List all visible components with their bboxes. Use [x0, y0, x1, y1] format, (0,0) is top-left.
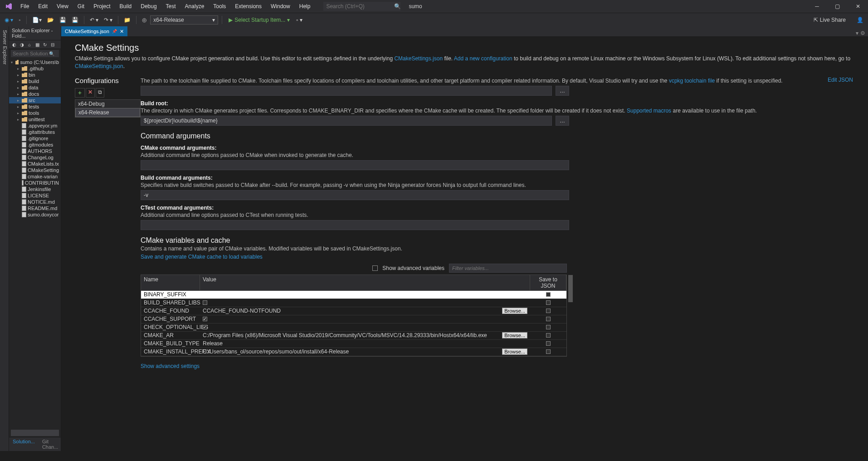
tab-dropdown-icon[interactable]: ▾	[856, 30, 858, 36]
tab-settings-icon[interactable]: ⚙	[860, 30, 865, 36]
tree-folder-unittest[interactable]: unittest	[9, 116, 61, 123]
menu-view[interactable]: View	[53, 1, 73, 11]
buildroot-input[interactable]	[141, 116, 552, 126]
buildroot-browse-button[interactable]: …	[556, 116, 569, 126]
variable-row[interactable]: CMAKE_ARC:/Program Files (x86)/Microsoft…	[141, 332, 566, 340]
explorer-search[interactable]: 🔍	[11, 50, 59, 57]
collapse-icon[interactable]: ⊟	[49, 41, 56, 48]
add-config-link[interactable]: Add a new configuration	[454, 55, 512, 62]
tree-file[interactable]: .appveyor.ym	[9, 123, 61, 129]
tree-file[interactable]: Jenkinsfile	[9, 186, 61, 192]
tree-file[interactable]: .gitattributes	[9, 129, 61, 135]
value-checkbox[interactable]	[203, 325, 207, 329]
search-input[interactable]	[326, 3, 394, 10]
add-config-button[interactable]: ＋	[75, 88, 85, 98]
home-icon[interactable]: ⌂	[26, 41, 33, 48]
minimize-button[interactable]: ─	[807, 0, 827, 13]
undo-icon[interactable]: ↶ ▾	[88, 16, 100, 24]
save-all-icon[interactable]: 💾	[70, 16, 80, 24]
variable-row[interactable]: BUILD_SHARED_LIBS	[141, 299, 566, 307]
menu-test[interactable]: Test	[162, 1, 180, 11]
toolchain-browse-button[interactable]: …	[556, 86, 569, 96]
browse-button[interactable]: Browse...	[502, 348, 527, 355]
delete-config-button[interactable]: ✕	[86, 88, 95, 98]
menu-help[interactable]: Help	[295, 1, 315, 11]
tree-file[interactable]: README.md	[9, 205, 61, 211]
cmakesettings-link[interactable]: CMakeSettings.json	[394, 55, 443, 62]
save-checkbox[interactable]	[546, 333, 551, 338]
back-button[interactable]: ◉ ▾	[3, 16, 15, 24]
toolbox-tab[interactable]: Toolbox	[0, 28, 1, 451]
filter-variables-input[interactable]	[449, 264, 567, 273]
build-args-input[interactable]	[141, 190, 569, 200]
tree-file[interactable]: CONTRIBUTIN	[9, 180, 61, 186]
save-checkbox[interactable]	[546, 317, 551, 321]
tree-folder-.github[interactable]: .github	[9, 65, 61, 72]
redo-icon[interactable]: ↷ ▾	[102, 16, 114, 24]
menu-edit[interactable]: Edit	[34, 1, 52, 11]
debug-target-icon[interactable]: ▫ ▾	[294, 16, 304, 24]
tree-file[interactable]: LICENSE	[9, 192, 61, 199]
browse-button[interactable]: Browse...	[502, 308, 527, 314]
refresh-icon[interactable]: ↻	[42, 41, 48, 48]
vcpkg-link[interactable]: vcpkg toolchain file	[669, 78, 715, 84]
file-tab[interactable]: CMakeSettings.json 📌 ✕	[61, 26, 127, 36]
tree-file[interactable]: .gitmodules	[9, 142, 61, 148]
menu-build[interactable]: Build	[116, 1, 136, 11]
show-advanced-checkbox[interactable]	[372, 265, 378, 271]
tree-file[interactable]: AUTHORS	[9, 148, 61, 154]
advanced-settings-link[interactable]: Show advanced settings	[141, 363, 200, 369]
toolchain-input[interactable]	[141, 86, 552, 96]
value-checkbox[interactable]	[203, 317, 207, 321]
save-checkbox[interactable]	[546, 292, 551, 297]
tree-file[interactable]: CMakeSetting	[9, 167, 61, 173]
new-item-icon[interactable]: 📄▾	[30, 16, 44, 24]
switch-view-icon[interactable]: ▦	[34, 41, 40, 48]
solution-explorer-tab[interactable]: Solution...	[9, 437, 39, 451]
duplicate-config-button[interactable]: ⧉	[96, 88, 104, 98]
value-checkbox[interactable]	[203, 300, 207, 305]
menu-analyze[interactable]: Analyze	[181, 1, 209, 11]
browse-button[interactable]: Browse...	[502, 332, 527, 338]
save-checkbox[interactable]	[546, 341, 551, 346]
menu-git[interactable]: Git	[73, 1, 88, 11]
edit-json-link[interactable]: Edit JSON	[828, 77, 853, 83]
explorer-search-input[interactable]	[13, 51, 49, 56]
cmake-args-input[interactable]	[141, 160, 569, 170]
tree-file[interactable]: sumo.doxycor	[9, 211, 61, 218]
config-dropdown[interactable]: x64-Release▾	[150, 15, 218, 25]
git-changes-tab[interactable]: Git Chan...	[39, 437, 62, 451]
save-icon[interactable]: 💾	[58, 16, 68, 24]
config-item[interactable]: x64-Release	[75, 108, 140, 117]
tree-folder-data[interactable]: data	[9, 84, 61, 91]
save-checkbox[interactable]	[546, 325, 551, 329]
save-checkbox[interactable]	[546, 349, 551, 354]
target-icon[interactable]: ◎	[140, 16, 148, 24]
start-button[interactable]: ▶ Select Startup Item... ▾	[226, 16, 293, 24]
menu-project[interactable]: Project	[89, 1, 114, 11]
tree-folder-tests[interactable]: tests	[9, 103, 61, 110]
tree-file[interactable]: CMakeLists.tx	[9, 161, 61, 167]
tree-root[interactable]: sumo (C:\Users\b	[9, 59, 61, 65]
ctest-args-input[interactable]	[141, 220, 569, 230]
folder-view-icon[interactable]: 📁	[122, 16, 132, 24]
tree-file[interactable]: .gitignore	[9, 135, 61, 142]
table-scrollbar[interactable]	[568, 275, 573, 302]
tree-file[interactable]: cmake-varian	[9, 173, 61, 180]
menu-extensions[interactable]: Extensions	[231, 1, 266, 11]
variable-row[interactable]: CCACHE_SUPPORT	[141, 315, 566, 324]
menu-tools[interactable]: Tools	[209, 1, 230, 11]
menu-debug[interactable]: Debug	[137, 1, 161, 11]
tree-folder-tools[interactable]: tools	[9, 110, 61, 116]
variable-row[interactable]: CMAKE_BUILD_TYPERelease	[141, 340, 566, 348]
variable-row[interactable]: BINARY_SUFFIX	[141, 291, 566, 299]
tree-file[interactable]: NOTICE.md	[9, 199, 61, 205]
tree-folder-bin[interactable]: bin	[9, 72, 61, 78]
pin-icon[interactable]: 📌	[112, 29, 117, 34]
feedback-icon[interactable]: 👤	[855, 16, 865, 24]
tree-folder-docs[interactable]: docs	[9, 91, 61, 97]
variable-row[interactable]: CHECK_OPTIONAL_LIBS	[141, 324, 566, 332]
cmakesettings-link-2[interactable]: CMakeSettings.json	[75, 63, 123, 69]
variable-row[interactable]: CMAKE_INSTALL_PREFIXC:/Users/bans_ol/sou…	[141, 348, 566, 356]
search-box[interactable]: 🔍	[323, 2, 400, 11]
